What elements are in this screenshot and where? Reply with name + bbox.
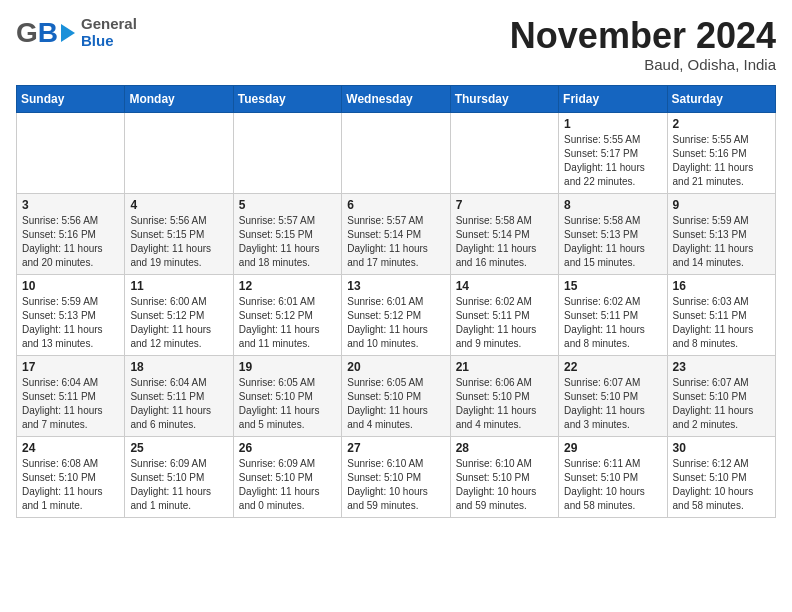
calendar-cell: 7Sunrise: 5:58 AMSunset: 5:14 PMDaylight… — [450, 193, 558, 274]
calendar-cell: 18Sunrise: 6:04 AMSunset: 5:11 PMDayligh… — [125, 355, 233, 436]
day-info: Sunrise: 5:58 AMSunset: 5:14 PMDaylight:… — [456, 214, 553, 270]
calendar-cell: 26Sunrise: 6:09 AMSunset: 5:10 PMDayligh… — [233, 436, 341, 517]
day-info: Sunrise: 6:02 AMSunset: 5:11 PMDaylight:… — [456, 295, 553, 351]
calendar-week-1: 1Sunrise: 5:55 AMSunset: 5:17 PMDaylight… — [17, 112, 776, 193]
day-info: Sunrise: 6:11 AMSunset: 5:10 PMDaylight:… — [564, 457, 661, 513]
day-number: 19 — [239, 360, 336, 374]
day-info: Sunrise: 6:04 AMSunset: 5:11 PMDaylight:… — [22, 376, 119, 432]
calendar-cell: 2Sunrise: 5:55 AMSunset: 5:16 PMDaylight… — [667, 112, 775, 193]
day-number: 23 — [673, 360, 770, 374]
calendar-cell — [17, 112, 125, 193]
day-number: 16 — [673, 279, 770, 293]
calendar-cell: 15Sunrise: 6:02 AMSunset: 5:11 PMDayligh… — [559, 274, 667, 355]
calendar-table: SundayMondayTuesdayWednesdayThursdayFrid… — [16, 85, 776, 518]
calendar-cell — [233, 112, 341, 193]
day-info: Sunrise: 6:01 AMSunset: 5:12 PMDaylight:… — [347, 295, 444, 351]
day-info: Sunrise: 6:07 AMSunset: 5:10 PMDaylight:… — [564, 376, 661, 432]
calendar-cell — [450, 112, 558, 193]
day-number: 8 — [564, 198, 661, 212]
day-info: Sunrise: 5:56 AMSunset: 5:16 PMDaylight:… — [22, 214, 119, 270]
calendar-cell: 28Sunrise: 6:10 AMSunset: 5:10 PMDayligh… — [450, 436, 558, 517]
title-area: November 2024 Baud, Odisha, India — [510, 16, 776, 73]
day-info: Sunrise: 6:01 AMSunset: 5:12 PMDaylight:… — [239, 295, 336, 351]
day-number: 28 — [456, 441, 553, 455]
day-info: Sunrise: 6:02 AMSunset: 5:11 PMDaylight:… — [564, 295, 661, 351]
day-info: Sunrise: 6:06 AMSunset: 5:10 PMDaylight:… — [456, 376, 553, 432]
calendar-cell: 3Sunrise: 5:56 AMSunset: 5:16 PMDaylight… — [17, 193, 125, 274]
day-number: 11 — [130, 279, 227, 293]
calendar-week-2: 3Sunrise: 5:56 AMSunset: 5:16 PMDaylight… — [17, 193, 776, 274]
day-number: 18 — [130, 360, 227, 374]
calendar-cell: 22Sunrise: 6:07 AMSunset: 5:10 PMDayligh… — [559, 355, 667, 436]
day-info: Sunrise: 5:59 AMSunset: 5:13 PMDaylight:… — [673, 214, 770, 270]
day-info: Sunrise: 6:05 AMSunset: 5:10 PMDaylight:… — [239, 376, 336, 432]
day-number: 20 — [347, 360, 444, 374]
day-number: 4 — [130, 198, 227, 212]
calendar-cell: 12Sunrise: 6:01 AMSunset: 5:12 PMDayligh… — [233, 274, 341, 355]
calendar-cell: 19Sunrise: 6:05 AMSunset: 5:10 PMDayligh… — [233, 355, 341, 436]
weekday-header-tuesday: Tuesday — [233, 85, 341, 112]
calendar-cell: 13Sunrise: 6:01 AMSunset: 5:12 PMDayligh… — [342, 274, 450, 355]
calendar-cell: 30Sunrise: 6:12 AMSunset: 5:10 PMDayligh… — [667, 436, 775, 517]
calendar-cell: 11Sunrise: 6:00 AMSunset: 5:12 PMDayligh… — [125, 274, 233, 355]
calendar-cell: 20Sunrise: 6:05 AMSunset: 5:10 PMDayligh… — [342, 355, 450, 436]
logo-general-letter: G — [16, 19, 38, 47]
logo-blue-text: Blue — [81, 33, 137, 50]
calendar-cell — [125, 112, 233, 193]
day-info: Sunrise: 6:10 AMSunset: 5:10 PMDaylight:… — [347, 457, 444, 513]
calendar-cell: 24Sunrise: 6:08 AMSunset: 5:10 PMDayligh… — [17, 436, 125, 517]
day-info: Sunrise: 6:10 AMSunset: 5:10 PMDaylight:… — [456, 457, 553, 513]
weekday-header-wednesday: Wednesday — [342, 85, 450, 112]
day-info: Sunrise: 6:00 AMSunset: 5:12 PMDaylight:… — [130, 295, 227, 351]
logo: G B General Blue — [16, 16, 137, 49]
day-info: Sunrise: 6:08 AMSunset: 5:10 PMDaylight:… — [22, 457, 119, 513]
calendar-cell: 9Sunrise: 5:59 AMSunset: 5:13 PMDaylight… — [667, 193, 775, 274]
calendar-cell — [342, 112, 450, 193]
calendar-cell: 10Sunrise: 5:59 AMSunset: 5:13 PMDayligh… — [17, 274, 125, 355]
logo-arrow-icon — [59, 22, 77, 44]
weekday-header-row: SundayMondayTuesdayWednesdayThursdayFrid… — [17, 85, 776, 112]
day-number: 6 — [347, 198, 444, 212]
page-header: G B General Blue November 2024 Baud, Odi… — [16, 16, 776, 73]
day-info: Sunrise: 6:12 AMSunset: 5:10 PMDaylight:… — [673, 457, 770, 513]
calendar-cell: 1Sunrise: 5:55 AMSunset: 5:17 PMDaylight… — [559, 112, 667, 193]
day-number: 24 — [22, 441, 119, 455]
calendar-cell: 27Sunrise: 6:10 AMSunset: 5:10 PMDayligh… — [342, 436, 450, 517]
weekday-header-saturday: Saturday — [667, 85, 775, 112]
weekday-header-sunday: Sunday — [17, 85, 125, 112]
weekday-header-friday: Friday — [559, 85, 667, 112]
day-number: 21 — [456, 360, 553, 374]
day-info: Sunrise: 6:03 AMSunset: 5:11 PMDaylight:… — [673, 295, 770, 351]
day-info: Sunrise: 6:04 AMSunset: 5:11 PMDaylight:… — [130, 376, 227, 432]
day-number: 5 — [239, 198, 336, 212]
day-number: 17 — [22, 360, 119, 374]
calendar-cell: 17Sunrise: 6:04 AMSunset: 5:11 PMDayligh… — [17, 355, 125, 436]
day-number: 7 — [456, 198, 553, 212]
logo-blue-letter: B — [38, 19, 58, 47]
day-number: 1 — [564, 117, 661, 131]
weekday-header-thursday: Thursday — [450, 85, 558, 112]
logo-general-text: General — [81, 16, 137, 33]
calendar-cell: 29Sunrise: 6:11 AMSunset: 5:10 PMDayligh… — [559, 436, 667, 517]
calendar-cell: 14Sunrise: 6:02 AMSunset: 5:11 PMDayligh… — [450, 274, 558, 355]
day-info: Sunrise: 6:09 AMSunset: 5:10 PMDaylight:… — [239, 457, 336, 513]
day-number: 13 — [347, 279, 444, 293]
day-number: 26 — [239, 441, 336, 455]
day-info: Sunrise: 5:56 AMSunset: 5:15 PMDaylight:… — [130, 214, 227, 270]
day-info: Sunrise: 5:58 AMSunset: 5:13 PMDaylight:… — [564, 214, 661, 270]
day-info: Sunrise: 5:55 AMSunset: 5:16 PMDaylight:… — [673, 133, 770, 189]
day-number: 14 — [456, 279, 553, 293]
day-number: 3 — [22, 198, 119, 212]
month-title: November 2024 — [510, 16, 776, 56]
calendar-cell: 4Sunrise: 5:56 AMSunset: 5:15 PMDaylight… — [125, 193, 233, 274]
day-info: Sunrise: 6:09 AMSunset: 5:10 PMDaylight:… — [130, 457, 227, 513]
day-info: Sunrise: 5:55 AMSunset: 5:17 PMDaylight:… — [564, 133, 661, 189]
day-info: Sunrise: 5:57 AMSunset: 5:15 PMDaylight:… — [239, 214, 336, 270]
day-number: 27 — [347, 441, 444, 455]
calendar-cell: 16Sunrise: 6:03 AMSunset: 5:11 PMDayligh… — [667, 274, 775, 355]
calendar-cell: 5Sunrise: 5:57 AMSunset: 5:15 PMDaylight… — [233, 193, 341, 274]
calendar-cell: 23Sunrise: 6:07 AMSunset: 5:10 PMDayligh… — [667, 355, 775, 436]
day-number: 15 — [564, 279, 661, 293]
day-number: 29 — [564, 441, 661, 455]
day-number: 10 — [22, 279, 119, 293]
